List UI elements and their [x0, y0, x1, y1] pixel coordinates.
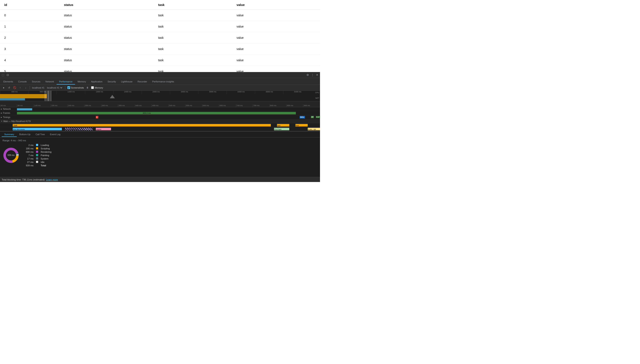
- overview-time-label: 2499 ms: [114, 91, 142, 94]
- range-label: Range: 4 ms – 943 ms: [2, 139, 318, 142]
- time-tick: 799 ms: [252, 104, 269, 107]
- bottom-tab-event-log[interactable]: Event Log: [48, 132, 63, 137]
- learn-more-link[interactable]: Learn more: [46, 178, 58, 181]
- tab-lighthouse[interactable]: Lighthouse: [118, 79, 135, 84]
- cell-task-5: task: [154, 66, 232, 72]
- cell-value-3: value: [232, 44, 320, 55]
- overview-time-label: 1999 ms: [85, 91, 114, 94]
- flamechart-row1: Run Microtasks Recalculate Style Layout …: [0, 127, 320, 131]
- pre-paint-bar: Pre-Paint: [274, 128, 290, 130]
- legend-color-cell: [35, 164, 40, 167]
- legend-ms: 17 ms: [24, 157, 35, 160]
- memory-checkbox[interactable]: [91, 86, 94, 89]
- more-icon[interactable]: ⋮: [310, 73, 314, 77]
- table-row: 2statustaskvalue: [0, 32, 320, 44]
- cell-id-0: 0: [0, 10, 60, 21]
- tab-application[interactable]: Application: [88, 79, 105, 84]
- download-button[interactable]: ↓: [24, 86, 28, 90]
- refresh-button[interactable]: ↺: [7, 86, 11, 90]
- table-row: 1statustaskvalue: [0, 21, 320, 32]
- cell-value-0: value: [232, 10, 320, 21]
- memory-checkbox-label[interactable]: Memory: [91, 86, 103, 89]
- screenshot-mountain: [109, 94, 116, 98]
- time-tick: 449 ms: [135, 104, 152, 107]
- record-button[interactable]: ●: [2, 86, 6, 90]
- network-track-content: [17, 107, 320, 111]
- overview-time-label: 499 ms: [0, 91, 28, 94]
- inspect-icon[interactable]: ⬚: [1, 73, 5, 77]
- location-select[interactable]: localhost #1: [46, 86, 63, 89]
- screenshots-checkbox-label[interactable]: Screenshots: [68, 86, 84, 89]
- devtools-controls-bar: ● ↺ 🚫 ↑ ↓ localhost #1 localhost #1 Scre…: [0, 85, 320, 91]
- tab-memory[interactable]: Memory: [75, 79, 88, 84]
- cpu-label: CPU: [312, 92, 320, 94]
- time-tick: 549 ms: [168, 104, 185, 107]
- tab-network[interactable]: Network: [43, 79, 56, 84]
- legend-color-cell: [35, 154, 40, 157]
- col-header-status: status: [60, 0, 154, 10]
- donut-center-label: 939 ms: [8, 154, 14, 156]
- cell-task-1: task: [154, 21, 232, 32]
- legend-ms: 939 ms: [24, 164, 35, 167]
- legend-label: Total: [40, 164, 53, 167]
- legend-label: Idle: [40, 160, 53, 164]
- overview-time-label: 2999 ms: [142, 91, 170, 94]
- col-header-value: value: [232, 0, 320, 10]
- cell-value-4: value: [232, 55, 320, 66]
- network-bar-1: [17, 108, 32, 110]
- table-row: 5statustaskvalue: [0, 66, 320, 72]
- col-header-id: id: [0, 0, 60, 10]
- overview-cursor: [48, 91, 48, 101]
- tab-sources[interactable]: Sources: [29, 79, 43, 84]
- bottom-tab-call-tree[interactable]: Call Tree: [33, 132, 48, 137]
- legend-item: 7 msPainting: [24, 154, 53, 157]
- screenshots-checkbox[interactable]: [68, 86, 70, 89]
- status-bar: Total blocking time: 736.11ms (estimated…: [0, 177, 320, 182]
- upload-button[interactable]: ↑: [18, 86, 22, 90]
- main-thread-header: ▼ Main — http://localhost:4173/: [0, 120, 320, 123]
- time-tick: 299 ms: [84, 104, 101, 107]
- bottom-tab-bottom-up[interactable]: Bottom-Up: [17, 132, 33, 137]
- overview-time-label: 999 ms: [28, 91, 57, 94]
- tab-performance_insights[interactable]: Performance insights: [150, 79, 176, 84]
- tab-recorder[interactable]: Recorder: [135, 79, 150, 84]
- cell-id-5: 5: [0, 66, 60, 72]
- overview-bar[interactable]: 499 ms999 ms1499 ms1999 ms2499 ms2999 ms…: [0, 91, 320, 101]
- blocking-time-text: Total blocking time: 736.11ms (estimated…: [2, 178, 45, 181]
- tab-console[interactable]: Console: [16, 79, 29, 84]
- cell-value-1: value: [232, 21, 320, 32]
- clear-button[interactable]: 🚫: [13, 86, 16, 90]
- legend-ms: 2 ms: [24, 144, 35, 147]
- time-tick: 99 ms: [17, 104, 34, 107]
- tab-elements[interactable]: Elements: [1, 79, 16, 84]
- summary-chart: 939 ms 2 msLoading195 msScripting690 msR…: [2, 144, 318, 167]
- settings-icon[interactable]: ⚙: [306, 73, 310, 77]
- task-bar-right2: Task: [296, 124, 308, 126]
- cell-id-2: 2: [0, 32, 60, 44]
- bottom-tab-summary[interactable]: Summary: [2, 132, 17, 137]
- legend-item: 195 msScripting: [24, 147, 53, 150]
- time-tick: 399 ms: [118, 104, 134, 107]
- overview-time-label: 4999 ms: [255, 91, 283, 94]
- cell-value-2: value: [232, 32, 320, 44]
- overview-time-label: 3499 ms: [170, 91, 198, 94]
- cell-status-2: status: [60, 32, 154, 44]
- close-icon[interactable]: ✕: [315, 73, 319, 77]
- time-tick: 699 ms: [219, 104, 236, 107]
- donut-chart: 939 ms: [2, 147, 20, 164]
- legend-label: Loading: [40, 144, 53, 147]
- devtools-tabs: ElementsConsoleSourcesNetworkPerformance…: [0, 78, 320, 85]
- task-row-content: Task Task Task: [13, 123, 320, 127]
- legend-item: 17 msSystem: [24, 157, 53, 160]
- clear-screenshots-button[interactable]: 🗑: [86, 86, 90, 90]
- zoomed-timeline: 49 ms99 ms149 ms199 ms249 ms299 ms349 ms…: [0, 101, 320, 107]
- legend-ms: 7 ms: [24, 154, 35, 157]
- legend-color-cell: [35, 147, 40, 150]
- timings-track: ▶ Timings L DCL FP FCP: [0, 115, 320, 120]
- tab-security[interactable]: Security: [105, 79, 118, 84]
- time-tick: 849 ms: [270, 104, 286, 107]
- device-icon[interactable]: ⊡: [6, 73, 10, 77]
- cell-status-3: status: [60, 44, 154, 55]
- tab-performance[interactable]: Performance: [56, 79, 75, 84]
- network-label: ▶ Network: [0, 108, 17, 110]
